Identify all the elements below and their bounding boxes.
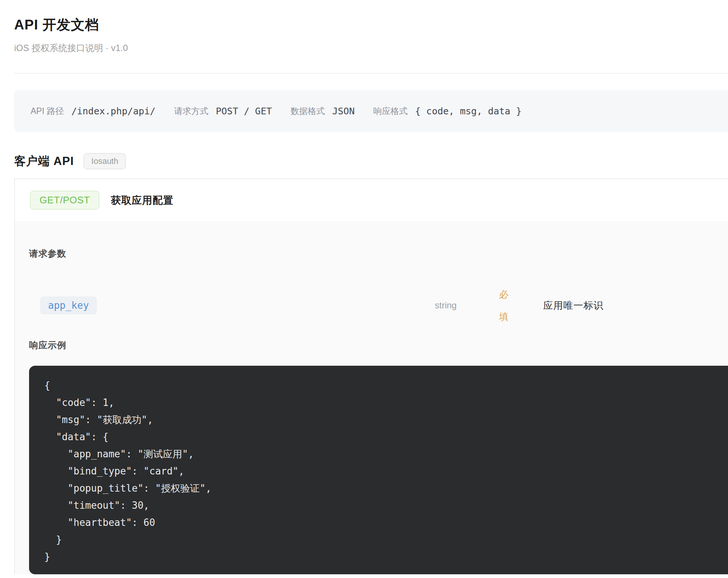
info-item-value: POST / GET — [216, 106, 272, 117]
param-description: 应用唯一标识 — [519, 299, 728, 312]
page-subtitle: iOS 授权系统接口说明 · v1.0 — [14, 42, 728, 54]
info-item-label: 数据格式 — [291, 105, 325, 117]
info-item-value: { code, msg, data } — [415, 106, 522, 117]
doc-header: API 开发文档 iOS 授权系统接口说明 · v1.0 — [0, 0, 728, 54]
param-type: string — [435, 300, 489, 311]
code-content: { "code": 1, "msg": "获取成功", "data": { "a… — [44, 377, 728, 565]
header-divider — [14, 73, 728, 74]
endpoint-title: 获取应用配置 — [111, 194, 173, 207]
info-item-label: 请求方式 — [174, 105, 208, 117]
param-required-badge: 必填 — [489, 283, 519, 328]
info-item-data-format: 数据格式 JSON — [291, 105, 355, 117]
method-badge: GET/POST — [30, 191, 99, 210]
endpoint-card: GET/POST 获取应用配置 请求参数 app_key string 必填 应… — [14, 178, 728, 574]
info-item-label: API 路径 — [31, 105, 64, 117]
request-params-heading: 请求参数 — [29, 248, 728, 259]
code-block: { "code": 1, "msg": "获取成功", "data": { "a… — [29, 366, 728, 574]
info-item-api-path: API 路径 /index.php/api/ — [31, 105, 155, 117]
api-info-bar: API 路径 /index.php/api/ 请求方式 POST / GET 数… — [14, 90, 728, 132]
section-heading: 客户端 API Iosauth — [14, 153, 728, 169]
section-title: 客户端 API — [14, 153, 74, 169]
info-item-label: 响应格式 — [373, 105, 408, 117]
response-example-heading: 响应示例 — [29, 340, 728, 351]
info-item-value: JSON — [332, 106, 355, 117]
info-item-response-format: 响应格式 { code, msg, data } — [373, 105, 522, 117]
info-item-value: /index.php/api/ — [71, 106, 155, 117]
param-row: app_key string 必填 应用唯一标识 — [29, 283, 728, 328]
endpoint-body: 请求参数 app_key string 必填 应用唯一标识 响应示例 { "co… — [15, 221, 728, 574]
section-badge: Iosauth — [83, 153, 126, 169]
endpoint-header: GET/POST 获取应用配置 — [15, 179, 728, 221]
page-title: API 开发文档 — [14, 17, 728, 33]
info-item-request-method: 请求方式 POST / GET — [174, 105, 272, 117]
param-name-chip: app_key — [40, 296, 97, 314]
param-required-text: 必填 — [498, 283, 509, 328]
